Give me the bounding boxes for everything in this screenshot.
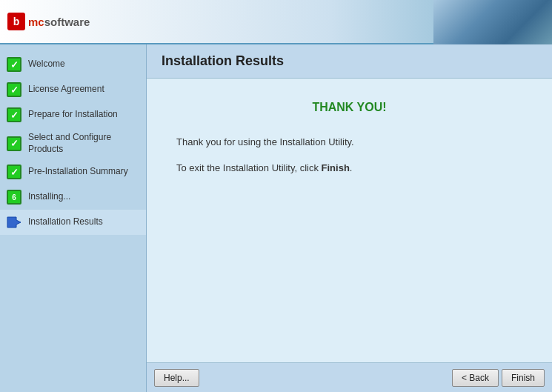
sidebar-item-license: ✓ License Agreement [0,77,146,102]
content-area: Installation Results THANK YOU! Thank yo… [147,44,552,392]
step-icon-installing: 6 [6,189,22,205]
help-button[interactable]: Help... [154,369,199,387]
sidebar-label-prepare: Prepare for Installation [28,109,118,121]
check-icon-license: ✓ [7,82,21,97]
message-2-prefix: To exit the Installation Utility, click [176,162,322,173]
content-body: THANK YOU! Thank you for using the Insta… [147,79,552,362]
sidebar-item-select: ✓ Select and Configure Products [0,127,146,159]
step-icon-pre-install: ✓ [6,164,22,180]
logo: b mc software [7,13,90,30]
logo-icon: b [7,13,25,30]
logo-subtext: software [44,16,90,28]
message-1: Thank you for using the Installation Uti… [176,136,522,147]
step-icon-welcome: ✓ [6,56,22,73]
message-2-suffix: . [350,162,353,173]
sidebar: ✓ Welcome ✓ License Agreement ✓ Prepare … [0,44,147,392]
main-container: ✓ Welcome ✓ License Agreement ✓ Prepare … [0,44,552,392]
sidebar-item-results: Installation Results [0,210,146,235]
sidebar-item-welcome: ✓ Welcome [0,52,146,77]
step-icon-prepare: ✓ [6,107,22,123]
svg-marker-0 [7,217,21,227]
sidebar-item-installing: 6 Installing... [0,185,146,210]
logo-text: mc [28,16,44,28]
header-decoration [433,0,552,44]
check-icon-pre-install: ✓ [7,165,21,179]
step-icon-results [6,214,22,230]
sidebar-item-prepare: ✓ Prepare for Installation [0,102,146,127]
sidebar-label-installing: Installing... [28,191,70,203]
sidebar-label-results: Installation Results [28,216,103,228]
step-icon-select: ✓ [6,136,22,152]
check-icon-prepare: ✓ [7,107,21,122]
arrow-icon-results [6,214,22,230]
message-2: To exit the Installation Utility, click … [176,162,522,173]
check-icon-select: ✓ [7,136,21,151]
sidebar-label-license: License Agreement [28,84,104,96]
thank-you-text: THANK YOU! [176,101,522,114]
sidebar-label-pre-install: Pre-Installation Summary [28,166,128,178]
sidebar-label-welcome: Welcome [28,59,65,70]
check-icon-welcome: ✓ [7,57,21,72]
number-badge-installing: 6 [7,190,21,205]
sidebar-item-pre-install: ✓ Pre-Installation Summary [0,159,146,185]
footer-right-buttons: < Back Finish [452,369,545,387]
page-title: Installation Results [162,53,537,69]
back-button[interactable]: < Back [452,369,499,387]
message-2-bold: Finish [322,162,350,173]
app-header: b mc software [0,0,552,44]
step-icon-license: ✓ [6,82,22,98]
content-header: Installation Results [147,44,552,79]
finish-button[interactable]: Finish [502,369,545,387]
footer: Help... < Back Finish [147,362,552,392]
sidebar-label-select: Select and Configure Products [28,132,140,155]
